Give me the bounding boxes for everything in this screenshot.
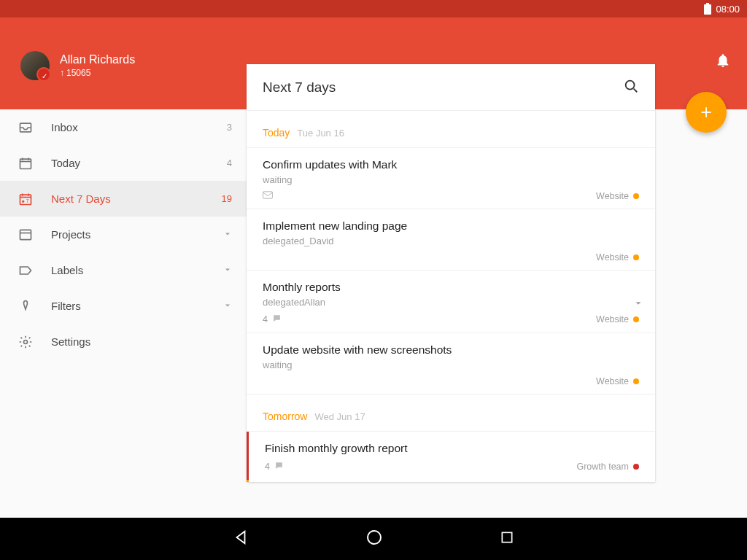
svg-rect-14 [20,230,31,239]
task-list-card: Next 7 days Today Tue Jun 16 Confirm upd… [247,64,655,482]
add-task-fab[interactable] [686,92,727,133]
recent-apps-button[interactable] [500,530,514,548]
priority-indicator [247,432,249,480]
svg-rect-19 [263,192,273,198]
search-button[interactable] [623,78,639,97]
sidebar-item-projects[interactable]: Projects [0,217,247,252]
project-label: Growth team [576,462,629,472]
profile-name: Allan Richards [60,53,135,66]
chevron-down-icon [223,264,232,277]
project-label: Website [596,252,629,262]
sidebar-item-labels[interactable]: Labels [0,252,247,288]
chevron-down-icon [223,300,232,313]
status-time: 08:00 [716,4,740,15]
sidebar-item-inbox[interactable]: Inbox 3 [0,109,247,145]
project-dot [633,464,639,470]
sidebar: Inbox 3 Today 4 7 Next 7 Days 19 Project… [0,109,247,518]
sidebar-item-next7days[interactable]: 7 Next 7 Days 19 [0,181,247,217]
comment-icon [272,314,282,325]
calendar-today-icon [18,155,34,171]
sidebar-item-filters[interactable]: Filters [0,288,247,324]
project-label: Website [596,191,629,201]
avatar [20,51,50,80]
filter-icon [18,298,34,314]
svg-point-16 [24,340,28,343]
card-title: Next 7 days [263,79,623,96]
svg-line-18 [634,88,638,92]
svg-rect-7 [20,195,31,204]
task-row[interactable]: Update website with new screenshots wait… [247,332,655,394]
task-row[interactable]: Finish monthly growth report 4 Growth te… [247,431,655,480]
battery-icon [704,3,711,15]
comment-count: 4 [263,314,268,324]
svg-rect-21 [502,532,511,542]
project-dot [633,316,639,322]
task-row[interactable]: Implement new landing page delegated_Dav… [247,209,655,270]
label-icon [18,262,34,279]
profile-karma: ↑ 15065 [60,68,135,78]
task-row[interactable]: Confirm updates with Mark waiting Websit… [247,147,655,209]
svg-text:7: 7 [26,198,29,203]
comment-count: 4 [265,462,270,472]
android-nav-bar [0,518,747,560]
expand-chevron-icon[interactable] [633,298,643,311]
notifications-button[interactable] [715,52,731,71]
gear-icon [18,334,34,350]
project-dot [633,378,639,384]
section-header-tomorrow: Tomorrow Wed Jun 17 [247,394,655,431]
project-dot [633,254,639,260]
profile-block[interactable]: Allan Richards ↑ 15065 [20,51,135,80]
sidebar-item-today[interactable]: Today 4 [0,145,247,181]
android-status-bar: 08:00 [0,0,747,18]
section-header-today: Today Tue Jun 16 [247,111,655,147]
back-button[interactable] [233,529,249,548]
project-dot [633,193,639,199]
projects-icon [18,227,34,243]
svg-point-17 [626,80,635,89]
arrow-up-icon: ↑ [60,68,64,78]
project-label: Website [596,314,629,324]
comment-icon [274,461,284,472]
chevron-down-icon [223,228,232,241]
mail-icon [263,191,273,201]
svg-rect-3 [20,159,31,168]
inbox-icon [18,120,34,136]
svg-point-20 [368,531,381,544]
project-label: Website [596,376,629,386]
card-header: Next 7 days [247,64,655,111]
calendar-week-icon: 7 [18,191,34,207]
task-row[interactable]: Monthly reports delegatedAllan 4 Website [247,270,655,332]
sidebar-item-settings[interactable]: Settings [0,324,247,359]
home-button[interactable] [365,529,383,549]
